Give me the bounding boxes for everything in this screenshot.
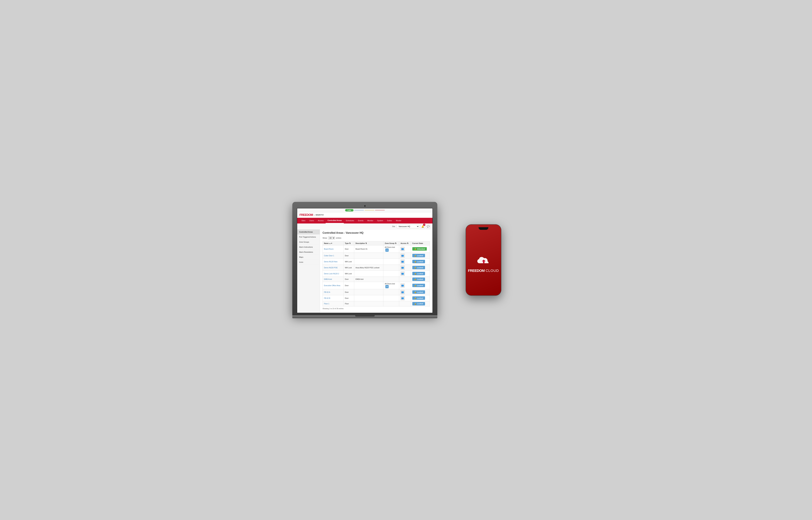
chat-button[interactable]: 💬	[426, 224, 430, 229]
nav-users[interactable]: Users	[307, 218, 316, 223]
state-button[interactable]: 🔒Locked	[412, 284, 425, 287]
access-people-button[interactable]: 👥	[401, 283, 405, 288]
sidebar-item-port-triggered[interactable]: Port Triggered Actions	[297, 235, 320, 239]
row-access: 👥	[399, 270, 411, 277]
row-name-link[interactable]: Floor 1	[324, 303, 329, 305]
state-button[interactable]: 🔒Locked	[412, 260, 425, 263]
row-name-link[interactable]: FB-52 B	[324, 297, 330, 299]
row-description	[354, 295, 383, 301]
table-row: Coker Door 1Door👥🔒Locked	[323, 253, 430, 259]
access-people-button[interactable]: 👥	[401, 271, 405, 276]
status-medium-pill	[354, 210, 364, 210]
nav-access[interactable]: Access	[316, 218, 326, 223]
row-name-link[interactable]: FB-52 A	[324, 291, 330, 293]
row-type: Door	[344, 277, 354, 282]
nav-sites[interactable]: Sites	[300, 218, 307, 223]
row-zone-group	[383, 259, 399, 264]
row-name-link[interactable]: Demo Lock IN120 2	[324, 272, 339, 275]
access-people-button[interactable]: 👥	[401, 254, 405, 258]
th-description[interactable]: Description ⇅	[354, 241, 383, 245]
th-access[interactable]: Access ⇅	[399, 241, 411, 245]
nav-events[interactable]: Events	[356, 218, 365, 223]
state-button[interactable]: 🔒Locked	[412, 254, 425, 257]
locked-icon: 🔒	[414, 291, 416, 293]
show-label: Show	[323, 237, 327, 239]
row-name-link[interactable]: Demo IN120 New	[324, 261, 337, 263]
row-type: Door	[344, 289, 354, 295]
zone-group-add-button[interactable]: +	[385, 249, 389, 252]
row-description	[354, 259, 383, 264]
table-row: Demo Lock IN120 2Wifi Lock👥🔒Locked	[323, 270, 430, 277]
nav-controlled-areas[interactable]: Controlled Areas	[326, 218, 344, 224]
unlocked-icon: 🔓	[414, 248, 416, 250]
access-people-button[interactable]: 👥	[401, 247, 405, 251]
row-type: Wifi Lock	[344, 270, 354, 277]
sidebar-item-maps[interactable]: Maps	[297, 255, 320, 260]
locked-icon: 🔒	[414, 297, 416, 299]
main-layout: Controlled Areas Port Triggered Actions …	[297, 230, 432, 313]
entries-select[interactable]: 10 25 50	[328, 236, 335, 239]
notification-button[interactable]: 🔔 3	[421, 224, 425, 229]
state-button[interactable]: 🔒Locked	[412, 278, 425, 281]
state-label: Locked	[417, 297, 423, 299]
row-current-state: 🔒Locked	[411, 253, 430, 259]
row-name-link[interactable]: EMEA test	[324, 278, 332, 280]
row-current-state: 🔒Locked	[411, 264, 430, 270]
state-label: Locked	[417, 261, 423, 263]
row-access	[399, 301, 411, 306]
sidebar-item-icons[interactable]: Icons	[297, 260, 320, 265]
row-description	[354, 253, 383, 259]
nav-muster[interactable]: Muster	[394, 218, 403, 223]
laptop-camera	[364, 205, 366, 207]
sidebar-item-alarm-instructions[interactable]: Alarm Instructions	[297, 244, 320, 250]
row-name-link[interactable]: Demo IN220 POE	[324, 267, 338, 268]
row-type: Floor	[344, 301, 354, 306]
nav-schedules[interactable]: Schedules	[344, 218, 356, 223]
sidebar-item-zone-groups[interactable]: Zone Groups	[297, 239, 320, 244]
row-name-link[interactable]: Executive Office Area	[324, 285, 340, 286]
state-button[interactable]: 🔒Locked	[412, 302, 425, 306]
access-people-button[interactable]: 👥	[401, 296, 405, 300]
laptop-base	[292, 315, 437, 318]
sidebar-item-alarm-resolutions[interactable]: Alarm Resolutions	[297, 250, 320, 255]
notification-badge: 3	[423, 224, 425, 226]
table-row: Demo IN120 NewWifi Lock👥🔒Locked	[323, 259, 430, 264]
nav-monitor[interactable]: Monitor	[365, 218, 375, 223]
th-type[interactable]: Type ⇅	[344, 241, 354, 245]
th-zone-group[interactable]: Zone Group ⇅	[383, 241, 399, 245]
access-people-button[interactable]: 👥	[401, 290, 405, 294]
nav-suites[interactable]: Suites	[385, 218, 394, 223]
sidebar-item-controlled-areas[interactable]: Controlled Areas	[297, 230, 320, 235]
nav-system[interactable]: System	[375, 218, 385, 223]
state-label: Locked	[417, 285, 423, 286]
state-button[interactable]: 🔒Locked	[412, 290, 425, 294]
row-description: Board Room 01	[354, 245, 383, 253]
row-zone-group	[383, 270, 399, 277]
access-people-button[interactable]: 👥	[401, 260, 405, 264]
zone-group-add-button[interactable]: +	[385, 285, 389, 288]
row-name-link[interactable]: Board Room	[324, 248, 334, 250]
row-type: Door	[344, 253, 354, 259]
state-label: Locked	[417, 267, 423, 268]
state-button[interactable]: 🔒Locked	[412, 272, 425, 275]
th-name[interactable]: Name ▲▼	[323, 241, 344, 245]
nav-bar: Sites Users Access Controlled Areas Sche…	[297, 218, 432, 224]
row-type: Wifi Lock	[344, 264, 354, 270]
row-name-link[interactable]: Coker Door 1	[324, 255, 334, 257]
phone-content: FREEDOM CLOUD	[468, 235, 499, 293]
table-row: FB-52 ADoor👥🔒Locked	[323, 289, 430, 295]
row-access	[399, 277, 411, 282]
row-current-state: 🔒Locked	[411, 301, 430, 306]
access-people-button[interactable]: 👥	[401, 265, 405, 270]
entries-label: entries	[336, 237, 341, 239]
row-current-state: 🔒Locked	[411, 295, 430, 301]
row-description	[354, 282, 383, 289]
row-access: 👥	[399, 259, 411, 264]
locked-icon: 🔒	[414, 255, 416, 257]
state-button[interactable]: 🔒Locked	[412, 266, 425, 269]
state-button[interactable]: 🔓Unlocked	[412, 247, 427, 251]
screen-content: Low FREEDOM by IDENTIV Sites User	[297, 208, 432, 313]
row-type: Door	[344, 282, 354, 289]
state-button[interactable]: 🔒Locked	[412, 296, 425, 300]
site-select[interactable]: Vancouver HQ	[397, 225, 419, 228]
